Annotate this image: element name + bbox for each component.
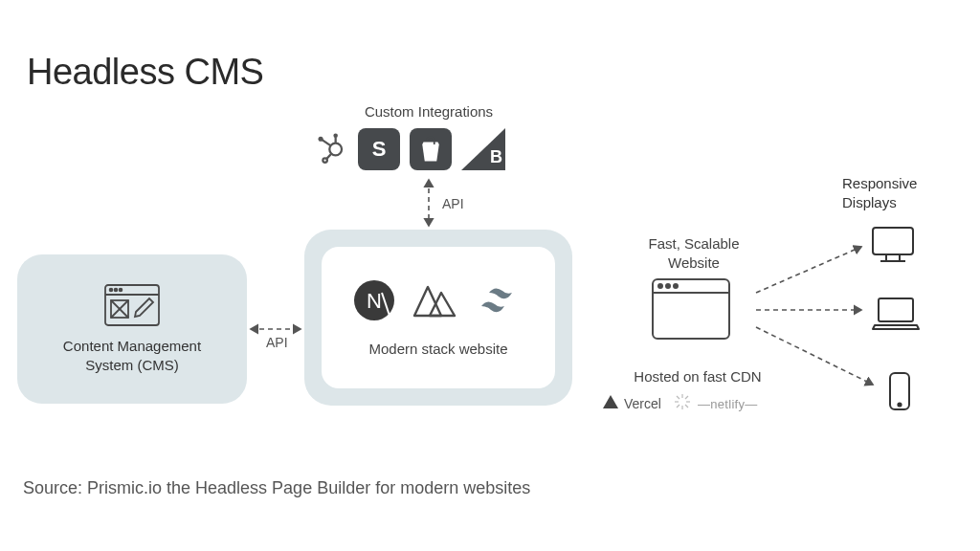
hubspot-icon — [312, 128, 348, 170]
svg-point-10 — [110, 288, 113, 291]
svg-line-30 — [677, 405, 679, 408]
responsive-line2: Displays — [842, 194, 897, 210]
svg-point-38 — [898, 403, 901, 406]
stripe-icon: S — [358, 128, 400, 170]
vercel-label: Vercel — [624, 396, 661, 411]
desktop-icon — [871, 226, 915, 268]
cms-window-icon — [103, 283, 161, 327]
svg-text:B: B — [490, 147, 502, 166]
svg-point-12 — [120, 288, 122, 291]
cms-box: Content Management System (CMS) — [17, 254, 247, 404]
nextjs-icon: N — [353, 279, 395, 325]
svg-line-28 — [677, 396, 679, 399]
svg-point-2 — [333, 134, 338, 139]
nuxt-icon — [412, 281, 460, 323]
svg-point-11 — [115, 288, 118, 291]
cms-label-line1: Content Management — [63, 337, 201, 356]
page-title: Headless CMS — [27, 52, 263, 93]
svg-rect-36 — [879, 298, 913, 321]
responsive-displays-label: Responsive Displays — [842, 174, 957, 211]
fast-line2: Website — [668, 254, 720, 271]
shopify-icon — [410, 128, 452, 170]
integrations-row: S B — [312, 128, 505, 170]
svg-point-21 — [658, 284, 662, 288]
svg-rect-19 — [653, 279, 729, 339]
svg-point-23 — [674, 284, 678, 288]
laptop-icon — [871, 297, 921, 335]
tailwind-icon — [478, 285, 523, 320]
svg-rect-32 — [873, 228, 913, 254]
svg-line-29 — [685, 405, 688, 408]
svg-text:N: N — [367, 289, 382, 313]
fast-line1: Fast, Scalable — [648, 235, 739, 252]
mobile-icon — [888, 371, 911, 415]
vercel-icon — [603, 395, 618, 412]
cms-label-line2: System (CMS) — [85, 356, 179, 375]
api-horizontal-label: API — [266, 335, 288, 350]
svg-line-31 — [685, 396, 688, 399]
svg-point-22 — [666, 284, 670, 288]
svg-line-41 — [756, 247, 861, 293]
source-attribution: Source: Prismic.io the Headless Page Bui… — [23, 478, 530, 498]
fast-scalable-label: Fast, Scalable Website — [622, 234, 766, 272]
modern-stack-box: N Modern stack website — [304, 230, 572, 406]
modern-stack-label: Modern stack website — [368, 341, 507, 357]
svg-point-4 — [319, 137, 323, 142]
svg-point-6 — [323, 158, 327, 163]
bigcommerce-icon: B — [461, 128, 505, 170]
netlify-label: —netlify— — [698, 397, 758, 411]
integrations-label: Custom Integrations — [343, 103, 515, 120]
svg-line-3 — [323, 140, 331, 145]
responsive-line1: Responsive — [842, 175, 917, 191]
cdn-providers-row: Vercel —netlify— — [603, 392, 758, 415]
hosted-cdn-label: Hosted on fast CDN — [616, 368, 779, 385]
api-vertical-label: API — [442, 196, 464, 211]
netlify-icon — [673, 392, 692, 415]
modern-stack-inner: N Modern stack website — [322, 247, 555, 388]
browser-window-icon — [651, 277, 731, 341]
